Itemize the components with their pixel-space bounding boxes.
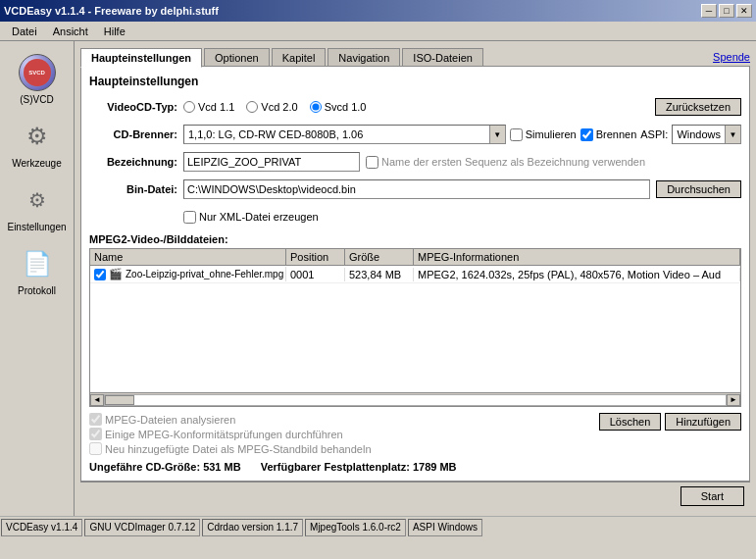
werkzeuge-icon: ⚙ xyxy=(18,117,57,156)
simulieren-checkbox[interactable] xyxy=(510,128,523,141)
videocd-typ-radios: Vcd 1.1 Vcd 2.0 Svcd 1.0 xyxy=(183,101,366,113)
col-header-position: Position xyxy=(286,249,345,265)
tab-kapitel[interactable]: Kapitel xyxy=(272,48,327,68)
radio-svcd10-input[interactable] xyxy=(310,101,322,113)
sidebar-item-einstellungen[interactable]: ⚙ Einstellungen xyxy=(4,177,71,236)
aspi-dropdown-arrow[interactable]: ▼ xyxy=(725,126,740,143)
bottom-row: MPEG-Dateien analysieren Einige MPEG-Kon… xyxy=(89,413,741,455)
sidebar-item-protokoll[interactable]: 📄 Protokoll xyxy=(4,240,71,300)
hinzufuegen-button[interactable]: Hinzufügen xyxy=(665,413,741,431)
row-checkbox[interactable] xyxy=(94,269,106,280)
bin-datei-label: Bin-Datei: xyxy=(89,183,177,195)
bottom-checkboxes: MPEG-Dateien analysieren Einige MPEG-Kon… xyxy=(89,413,372,455)
radio-vcd20-input[interactable] xyxy=(246,101,258,113)
radio-vcd20-label: Vcd 2.0 xyxy=(261,101,297,113)
zuruecksetzen-button[interactable]: Zurücksetzen xyxy=(655,98,741,116)
radio-vcd11-label: Vcd 1.1 xyxy=(198,101,234,113)
menu-hilfe[interactable]: Hilfe xyxy=(96,24,133,39)
row-size: 523,84 MB xyxy=(345,268,414,281)
bezeichnung-checkbox[interactable] xyxy=(366,156,378,169)
cd-brenner-label: CD-Brenner: xyxy=(89,128,177,140)
sidebar-label-einstellungen: Einstellungen xyxy=(7,222,66,232)
brennen-checkbox-group[interactable]: Brennen xyxy=(580,128,637,141)
menu-ansicht[interactable]: Ansicht xyxy=(45,24,96,39)
check-standbild-label: Neu hinzugefügte Datei als MPEG-Standbil… xyxy=(105,443,372,455)
start-button-area: Start xyxy=(80,482,750,510)
horizontal-scrollbar[interactable]: ◄ ► xyxy=(90,392,740,406)
status-panel-cdrdao: Cdrdao version 1.1.7 xyxy=(202,519,303,536)
tab-navigation[interactable]: Navigation xyxy=(328,48,400,68)
videocd-typ-row: VideoCD-Typ: Vcd 1.1 Vcd 2.0 Svcd 1.0 xyxy=(89,96,741,118)
table-row[interactable]: 🎬 Zoo-Leipzig-privat_ohne-Fehler.mpg 000… xyxy=(90,266,740,283)
sidebar-item-svcd[interactable]: SVCD (S)VCD xyxy=(4,49,71,109)
check-standbild-input xyxy=(89,442,102,455)
close-button[interactable]: ✕ xyxy=(736,4,752,18)
radio-svcd10[interactable]: Svcd 1.0 xyxy=(310,101,367,113)
check-mpeg-analyse[interactable]: MPEG-Dateien analysieren xyxy=(89,413,372,426)
check-konformitaet-input xyxy=(89,428,102,440)
cd-size-text: Ungefähre CD-Größe: 531 MB xyxy=(89,461,241,473)
xml-checkbox-group[interactable]: Nur XML-Datei erzeugen xyxy=(183,211,319,224)
sidebar-item-werkzeuge[interactable]: ⚙ Werkzeuge xyxy=(4,113,71,173)
menu-datei[interactable]: Datei xyxy=(4,24,45,39)
xml-checkbox-label: Nur XML-Datei erzeugen xyxy=(199,211,319,223)
xml-checkbox-row: Nur XML-Datei erzeugen xyxy=(183,206,741,228)
radio-vcd11[interactable]: Vcd 1.1 xyxy=(183,101,234,113)
scroll-right-btn[interactable]: ► xyxy=(727,394,740,406)
protokoll-icon: 📄 xyxy=(18,244,57,283)
svcd-icon: SVCD xyxy=(18,53,57,92)
videocd-typ-label: VideoCD-Typ: xyxy=(89,101,177,113)
tab-haupteinstellungen[interactable]: Haupteinstellungen xyxy=(80,48,202,68)
check-konformitaet[interactable]: Einige MPEG-Konformitätsprüfungen durchf… xyxy=(89,428,372,440)
title-bar-controls: ─ □ ✕ xyxy=(701,4,752,18)
check-standbild[interactable]: Neu hinzugefügte Datei als MPEG-Standbil… xyxy=(89,442,372,455)
durchsuchen-button[interactable]: Durchsuchen xyxy=(656,180,741,198)
scroll-left-btn[interactable]: ◄ xyxy=(90,394,104,406)
bezeichnung-row: Bezeichnung: Name der ersten Sequenz als… xyxy=(89,151,741,173)
bezeichnung-label: Bezeichnung: xyxy=(89,156,177,168)
bezeichnung-input[interactable] xyxy=(183,152,360,172)
radio-vcd20[interactable]: Vcd 2.0 xyxy=(246,101,297,113)
brennen-checkbox[interactable] xyxy=(580,128,593,141)
scroll-thumb[interactable] xyxy=(105,395,134,405)
bin-datei-row: Bin-Datei: Durchsuchen xyxy=(89,178,741,200)
cd-brenner-value: 1,1,0: LG, CD-RW CED-8080B, 1.06 xyxy=(184,128,367,140)
table-body: 🎬 Zoo-Leipzig-privat_ohne-Fehler.mpg 000… xyxy=(90,266,740,392)
minimize-button[interactable]: ─ xyxy=(701,4,717,18)
row-filename: Zoo-Leipzig-privat_ohne-Fehler.mpg xyxy=(126,269,283,280)
cd-brenner-dropdown[interactable]: 1,1,0: LG, CD-RW CED-8080B, 1.06 ▼ xyxy=(183,125,506,144)
maximize-button[interactable]: □ xyxy=(719,4,734,18)
sidebar-label-protokoll: Protokoll xyxy=(18,285,56,296)
table-label: MPEG2-Video-/Bilddateien: xyxy=(89,233,741,245)
cd-disc-icon: SVCD xyxy=(19,54,56,91)
spende-link[interactable]: Spende xyxy=(713,51,750,67)
row-position: 0001 xyxy=(286,268,345,281)
disk-space-text: Verfügbarer Festplattenplatz: 1789 MB xyxy=(261,461,457,473)
status-panel-vcdeasy: VCDEasy v1.1.4 xyxy=(1,519,82,536)
status-bar: VCDEasy v1.1.4 GNU VCDImager 0.7.12 Cdrd… xyxy=(0,516,756,537)
check-mpeg-analyse-label: MPEG-Dateien analysieren xyxy=(105,414,235,426)
sidebar-label-werkzeuge: Werkzeuge xyxy=(12,158,61,169)
tab-optionen[interactable]: Optionen xyxy=(204,48,270,68)
tabs-container: Haupteinstellungen Optionen Kapitel Navi… xyxy=(80,47,750,67)
start-button[interactable]: Start xyxy=(680,486,744,506)
bezeichnung-checkbox-group[interactable]: Name der ersten Sequenz als Bezeichnung … xyxy=(366,156,645,169)
radio-vcd11-input[interactable] xyxy=(183,101,195,113)
bin-datei-input[interactable] xyxy=(183,179,650,199)
file-icon: 🎬 xyxy=(109,268,123,280)
tab-iso-dateien[interactable]: ISO-Dateien xyxy=(402,48,483,68)
aspi-dropdown[interactable]: Windows ▼ xyxy=(672,125,741,144)
file-table: Name Position Größe MPEG-Informationen 🎬… xyxy=(89,248,741,407)
row-name: 🎬 Zoo-Leipzig-privat_ohne-Fehler.mpg xyxy=(90,267,286,281)
einstellungen-icon: ⚙ xyxy=(18,180,57,220)
sidebar-label-svcd: (S)VCD xyxy=(20,94,53,105)
cd-brenner-dropdown-arrow[interactable]: ▼ xyxy=(489,126,505,143)
bezeichnung-checkbox-label: Name der ersten Sequenz als Bezeichnung … xyxy=(381,156,645,168)
loeschen-button[interactable]: Löschen xyxy=(599,413,662,431)
main-layout: SVCD (S)VCD ⚙ Werkzeuge ⚙ Einstellungen … xyxy=(0,41,756,516)
aspi-value: Windows xyxy=(673,128,725,140)
status-panel-mjpeg: MjpegTools 1.6.0-rc2 xyxy=(305,519,406,536)
xml-checkbox[interactable] xyxy=(183,211,196,224)
simulieren-checkbox-group[interactable]: Simulieren xyxy=(510,128,577,141)
table-section: MPEG2-Video-/Bilddateien: Name Position … xyxy=(89,233,741,407)
